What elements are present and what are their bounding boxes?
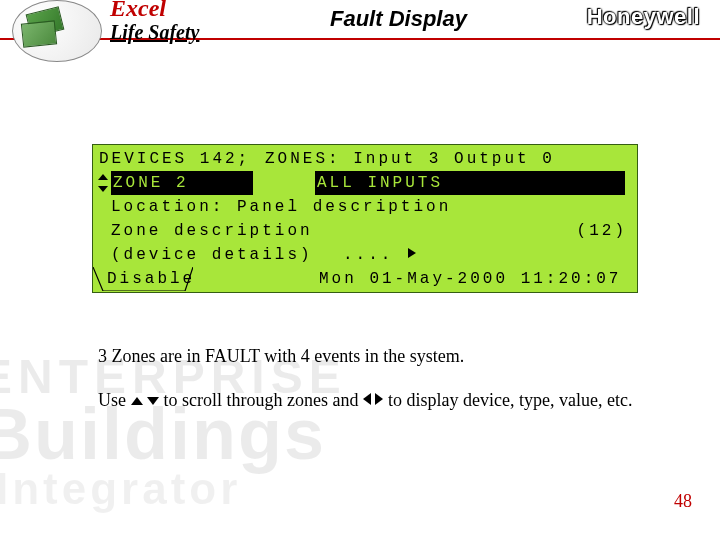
company-logo: Honeywell <box>587 4 700 30</box>
watermark-line-3: Integrator <box>0 468 347 510</box>
lcd-row-5: (device details) .... <box>93 243 637 267</box>
lcd-count: (12) <box>577 219 627 243</box>
header-bar: Excel Life Safety Fault Display Honeywel… <box>0 0 720 40</box>
lcd-panel: DEVICES 142; ZONES: Input 3 Output 0 ZON… <box>92 144 638 293</box>
lcd-device-details: (device details) <box>111 243 313 267</box>
slide-title: Fault Display <box>330 6 467 32</box>
product-logo <box>22 0 112 76</box>
lcd-ellipsis: .... <box>343 243 416 267</box>
header-brand: Excel Life Safety <box>110 0 199 42</box>
lcd-row-1: DEVICES 142; ZONES: Input 3 Output 0 <box>93 147 637 171</box>
caption-line-1: 3 Zones are in FAULT with 4 events in th… <box>98 346 658 367</box>
right-triangle-icon <box>375 393 383 405</box>
up-down-arrow-icon <box>97 174 109 192</box>
right-arrow-icon <box>408 248 416 258</box>
lcd-inputs-field: ALL INPUTS <box>315 171 625 195</box>
lcd-datetime: Mon 01-May-2000 11:20:07 <box>319 267 621 291</box>
lcd-row-2: ZONE 2 ALL INPUTS <box>93 171 637 195</box>
down-triangle-icon <box>147 397 159 405</box>
up-triangle-icon <box>131 397 143 405</box>
lcd-devices-label: DEVICES 142; <box>99 147 250 171</box>
left-triangle-icon <box>363 393 371 405</box>
lcd-row-6: Disable Mon 01-May-2000 11:20:07 <box>93 267 637 291</box>
lcd-location: Location: Panel description <box>111 195 451 219</box>
lcd-zone-description: Zone description <box>111 219 313 243</box>
page-number: 48 <box>674 491 692 512</box>
lcd-row-4: Zone description (12) <box>93 219 637 243</box>
brand-life-safety: Life Safety <box>110 22 199 42</box>
brand-excel: Excel <box>110 0 199 20</box>
background-watermark: ENTERPRISE Buildings Integrator <box>0 354 347 510</box>
lcd-row-3: Location: Panel description <box>93 195 637 219</box>
caption-line-2: Use to scroll through zones and to displ… <box>98 388 658 412</box>
lcd-disable-softkey: Disable <box>107 267 195 291</box>
lcd-zones-summary: ZONES: Input 3 Output 0 <box>265 147 555 171</box>
lcd-zone-field: ZONE 2 <box>111 171 253 195</box>
